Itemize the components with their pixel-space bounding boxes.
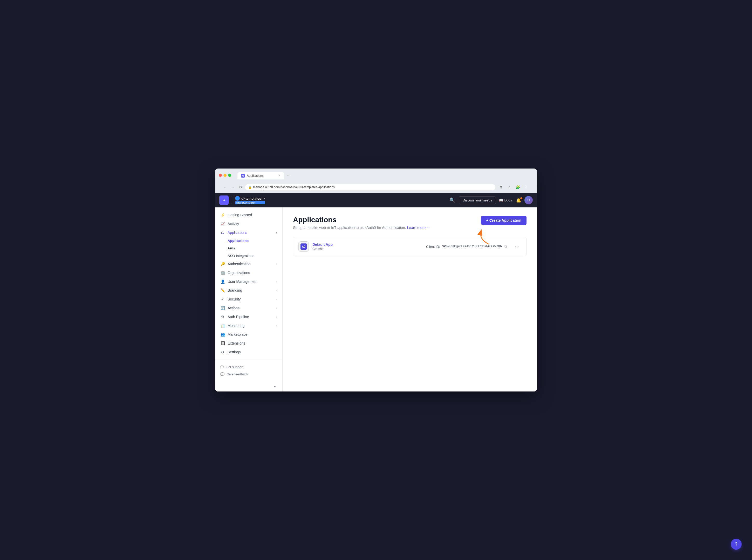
topnav: ✦ 🌐 ul-templates ▾ DEVELOPMENT 🔍 Discuss… — [215, 193, 537, 207]
share-btn[interactable]: ⬆ — [498, 183, 505, 191]
organizations-icon: 🏢 — [220, 271, 225, 275]
user-avatar[interactable]: U — [524, 196, 533, 204]
sidebar-item-settings[interactable]: ⚙ Settings — [215, 348, 282, 357]
sidebar-item-security[interactable]: ✓ Security › — [215, 295, 282, 304]
sidebar-nav: ⚡ Getting Started 📈 Activity 🗂 Applicati… — [215, 207, 282, 360]
user-management-icon: 👤 — [220, 279, 225, 284]
sidebar-label-actions: Actions — [228, 306, 274, 310]
branding-icon: ✏️ — [220, 288, 225, 293]
auth-pipeline-chevron-icon: › — [276, 316, 277, 318]
feedback-icon: 💬 — [220, 372, 225, 376]
activity-icon: 📈 — [220, 222, 225, 226]
support-icon: ⓘ — [220, 364, 224, 369]
get-support-label: Get support — [226, 365, 244, 369]
sidebar-label-authentication: Authentication — [228, 262, 274, 266]
get-support-btn[interactable]: ⓘ Get support — [220, 363, 277, 371]
extensions-btn[interactable]: 🧩 — [514, 183, 521, 191]
sidebar-subnav-applications: Applications APIs SSO Integrations — [215, 237, 282, 260]
browser-tab-active[interactable]: A0 Applications × — [237, 172, 284, 179]
sidebar-collapse-btn[interactable]: « — [272, 383, 278, 389]
sidebar-item-getting-started[interactable]: ⚡ Getting Started — [215, 211, 282, 219]
sidebar-bottom: ⓘ Get support 💬 Give feedback — [215, 360, 282, 381]
app-type: Generic — [312, 247, 426, 251]
notifications-btn[interactable]: 🔔 — [516, 198, 521, 203]
sidebar-item-applications[interactable]: 🗂 Applications ▾ — [215, 228, 282, 237]
traffic-light-close[interactable] — [219, 174, 222, 177]
address-bar[interactable]: 🔒 manage.auth0.com/dashboard/eu/ul-templ… — [245, 184, 495, 190]
give-feedback-btn[interactable]: 💬 Give feedback — [220, 371, 277, 378]
app-icon-inner: A0 — [301, 243, 307, 250]
nav-forward-btn[interactable]: → — [230, 184, 236, 190]
user-management-chevron-icon: › — [276, 280, 277, 283]
page-title: Applications — [293, 216, 430, 224]
sidebar-label-monitoring: Monitoring — [228, 323, 274, 328]
sidebar-label-security: Security — [228, 297, 274, 301]
docs-label: Docs — [504, 198, 512, 202]
bookmark-btn[interactable]: ☆ — [506, 183, 513, 191]
browser-nav: ← → ↻ 🔒 manage.auth0.com/dashboard/eu/ul… — [219, 181, 533, 193]
nav-refresh-btn[interactable]: ↻ — [238, 184, 243, 190]
main-content: Applications Setup a mobile, web or IoT … — [283, 207, 537, 392]
sidebar-label-organizations: Organizations — [228, 271, 277, 275]
sidebar-subitem-applications[interactable]: Applications — [215, 237, 282, 244]
monitoring-icon: 📊 — [220, 323, 225, 328]
traffic-light-minimize[interactable] — [224, 174, 227, 177]
client-id-label: Client ID: — [426, 245, 440, 248]
sidebar-label-branding: Branding — [228, 288, 274, 293]
sidebar-label-user-management: User Management — [228, 279, 274, 284]
sidebar-subitem-apis[interactable]: APIs — [215, 244, 282, 252]
tenant-flag: 🌐 — [235, 196, 240, 201]
tenant-chevron-icon: ▾ — [264, 197, 265, 200]
sidebar: ⚡ Getting Started 📈 Activity 🗂 Applicati… — [215, 207, 283, 392]
app-menu-btn[interactable]: ⋯ — [513, 243, 521, 250]
learn-more-link[interactable]: Learn more → — [407, 225, 430, 230]
traffic-light-maximize[interactable] — [228, 174, 231, 177]
nav-back-btn[interactable]: ← — [223, 184, 228, 190]
page-description-text: Setup a mobile, web or IoT application t… — [293, 225, 406, 230]
logo-icon: ✦ — [223, 198, 226, 203]
sidebar-item-extensions[interactable]: 🔲 Extensions — [215, 339, 282, 348]
tenant-selector[interactable]: 🌐 ul-templates ▾ DEVELOPMENT — [235, 196, 265, 204]
sidebar-item-auth-pipeline[interactable]: ⚙ Auth Pipeline › — [215, 313, 282, 321]
actions-icon: 🔄 — [220, 306, 225, 310]
copy-client-id-btn[interactable]: ⧉ — [504, 244, 507, 249]
tenant-name-row: 🌐 ul-templates ▾ — [235, 196, 265, 201]
app-icon: A0 — [298, 241, 309, 252]
sidebar-item-monitoring[interactable]: 📊 Monitoring › — [215, 321, 282, 330]
actions-chevron-icon: › — [276, 307, 277, 309]
create-application-btn[interactable]: + Create Application — [481, 216, 526, 225]
search-btn[interactable]: 🔍 — [448, 196, 457, 204]
give-feedback-label: Give feedback — [227, 372, 248, 376]
address-url: manage.auth0.com/dashboard/eu/ul-templat… — [253, 185, 335, 189]
new-tab-btn[interactable]: + — [284, 171, 292, 179]
sidebar-label-auth-pipeline: Auth Pipeline — [228, 315, 274, 319]
applications-chevron-icon: ▾ — [276, 231, 277, 234]
sidebar-label-applications: Applications — [228, 231, 273, 235]
sidebar-item-organizations[interactable]: 🏢 Organizations — [215, 268, 282, 277]
sidebar-label-marketplace: Marketplace — [228, 332, 277, 337]
app-container: ✦ 🌐 ul-templates ▾ DEVELOPMENT 🔍 Discuss… — [215, 193, 537, 392]
sidebar-item-actions[interactable]: 🔄 Actions › — [215, 304, 282, 313]
notification-badge — [520, 197, 522, 199]
sidebar-item-activity[interactable]: 📈 Activity — [215, 219, 282, 228]
sidebar-item-authentication[interactable]: 🔑 Authentication › — [215, 260, 282, 268]
tab-close-btn[interactable]: × — [279, 174, 281, 178]
page-description: Setup a mobile, web or IoT application t… — [293, 225, 430, 230]
app-info: Default App Generic — [312, 242, 426, 251]
marketplace-icon: 👥 — [220, 332, 225, 337]
traffic-lights — [219, 174, 231, 177]
extensions-icon: 🔲 — [220, 341, 225, 345]
more-btn[interactable]: ⋮ — [522, 183, 529, 191]
docs-btn[interactable]: 📖 Docs — [499, 198, 512, 202]
sidebar-item-marketplace[interactable]: 👥 Marketplace — [215, 330, 282, 339]
sidebar-label-activity: Activity — [228, 222, 277, 226]
browser-nav-actions: ⬆ ☆ 🧩 ⋮ — [498, 183, 529, 191]
sidebar-subitem-sso[interactable]: SSO Integrations — [215, 252, 282, 260]
sidebar-label-getting-started: Getting Started — [228, 213, 277, 217]
sidebar-label-settings: Settings — [228, 350, 277, 354]
discuss-needs-btn[interactable]: Discuss your needs — [459, 196, 496, 204]
security-icon: ✓ — [220, 297, 225, 301]
sidebar-item-branding[interactable]: ✏️ Branding › — [215, 286, 282, 295]
sidebar-item-user-management[interactable]: 👤 User Management › — [215, 277, 282, 286]
app-name[interactable]: Default App — [312, 242, 426, 246]
